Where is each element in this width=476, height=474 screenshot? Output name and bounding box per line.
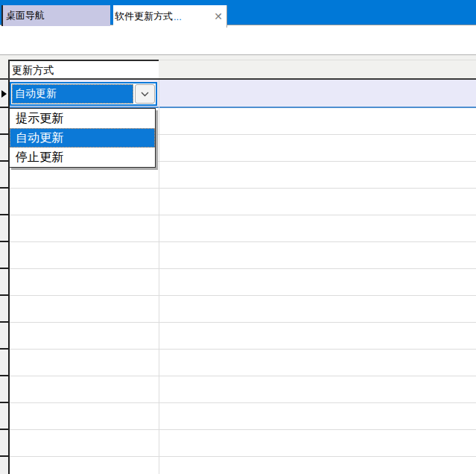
tab-desktop-navigation[interactable]: 桌面导航: [1, 5, 110, 26]
record-selector-separator: [0, 214, 8, 215]
column-header-update-mode[interactable]: 更新方式: [8, 60, 159, 80]
table-row[interactable]: [10, 189, 476, 215]
grid-header: 更新方式: [0, 55, 476, 80]
dropdown-option[interactable]: 停止更新: [10, 148, 155, 167]
record-selector-separator: [0, 348, 8, 350]
table-row[interactable]: [10, 376, 476, 403]
table-row[interactable]: [10, 457, 476, 474]
dropdown-option[interactable]: 自动更新: [10, 128, 155, 148]
table-row[interactable]: [10, 323, 476, 350]
record-selector-separator: [0, 375, 8, 376]
combobox-dropdown-button[interactable]: [135, 84, 155, 104]
table-row[interactable]: [10, 242, 476, 269]
table-row[interactable]: [10, 215, 476, 242]
header-bottom-border: [0, 78, 476, 80]
tab-software-update-mode[interactable]: 软件更新方式... ✕: [113, 5, 227, 28]
record-selector-separator: [0, 321, 8, 323]
update-mode-combobox[interactable]: 自动更新: [10, 82, 157, 106]
current-row-marker-icon: [1, 90, 7, 98]
table-row[interactable]: [10, 430, 476, 457]
record-selector-separator: [0, 241, 8, 242]
tab-label: 软件更新方式: [115, 10, 173, 23]
column-divider: [159, 80, 159, 474]
table-row[interactable]: [10, 350, 476, 376]
grid-data-area: 自动更新 提示更新自动更新停止更新: [0, 80, 476, 474]
table-row[interactable]: [10, 403, 476, 430]
record-selector-separator: [0, 268, 8, 269]
header-col2-divider: [159, 60, 476, 60]
record-selector-separator: [0, 107, 8, 108]
record-selector-separator: [0, 160, 8, 162]
table-row[interactable]: [10, 269, 476, 296]
record-selector-separator: [0, 187, 8, 189]
record-selector-separator: [0, 429, 8, 430]
chevron-down-icon: [141, 92, 149, 97]
table-row[interactable]: [10, 296, 476, 323]
combobox-value[interactable]: 自动更新: [12, 84, 133, 104]
record-selector-separator: [0, 294, 8, 296]
record-selector-separator: [0, 402, 8, 403]
tab-label-ellipsis: ...: [174, 11, 182, 22]
dropdown-option[interactable]: 提示更新: [10, 109, 155, 128]
tab-label: 桌面导航: [6, 10, 45, 21]
app-window: 桌面导航 软件更新方式... ✕ 更新方式 自动更新 提示更新自动更新停止更新: [0, 0, 476, 474]
record-selector-separator: [0, 455, 8, 457]
dropdown-list: 提示更新自动更新停止更新: [9, 108, 156, 168]
record-selector-separator: [0, 133, 8, 135]
close-icon[interactable]: ✕: [214, 11, 223, 22]
